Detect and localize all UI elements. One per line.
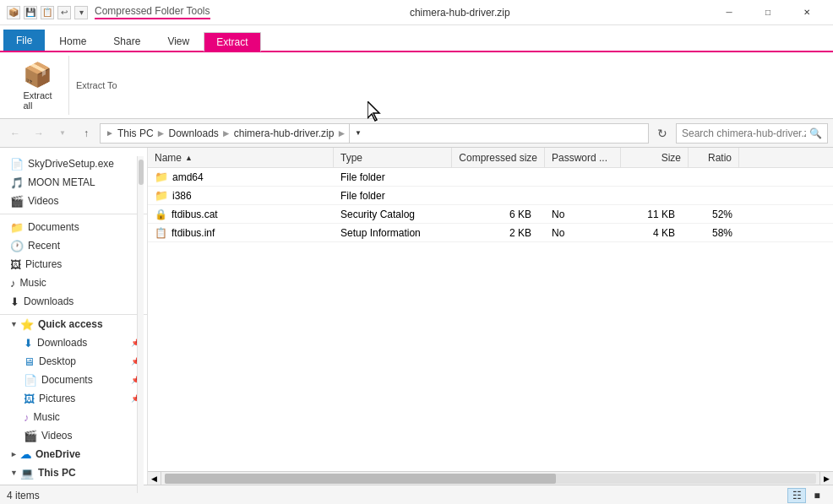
minimize-button[interactable]: ─ xyxy=(710,0,749,25)
filename-ftdibus-inf: ftdibus.inf xyxy=(172,227,215,239)
app-icon: 📦 xyxy=(7,6,20,19)
filename-amd64: amd64 xyxy=(172,171,204,183)
search-input[interactable] xyxy=(682,127,806,139)
tab-home[interactable]: Home xyxy=(46,31,99,51)
sidebar-label-pictures-recent: Pictures xyxy=(25,258,62,270)
window-controls: ─ □ ✕ xyxy=(710,0,826,25)
quick-access-icon[interactable]: 💾 xyxy=(24,6,37,19)
sidebar-item-moonmetal[interactable]: 🎵 MOON METAL xyxy=(0,173,147,192)
sidebar-item-pictures-recent[interactable]: 🖼 Pictures xyxy=(0,255,147,274)
tab-share[interactable]: Share xyxy=(101,31,153,51)
forward-button[interactable]: → xyxy=(29,123,49,144)
sidebar-label-desktop-qa: Desktop xyxy=(39,355,76,367)
title-bar-icons: 📦 💾 📋 ↩ ▾ xyxy=(7,6,88,19)
search-icon[interactable]: 🔍 xyxy=(809,127,822,139)
sidebar-item-music-qa[interactable]: ♪ Music xyxy=(0,408,147,426)
col-header-name[interactable]: Name ▲ xyxy=(148,148,334,167)
col-pass-label: Password ... xyxy=(552,152,607,164)
sidebar-item-downloads-qa[interactable]: ⬇ Downloads 📌 xyxy=(0,333,147,352)
col-header-size[interactable]: Size xyxy=(621,148,689,167)
sidebar-item-videos-recent[interactable]: 🎬 Videos xyxy=(0,192,147,210)
sidebar-item-onedrive[interactable]: ► ☁ OneDrive xyxy=(0,445,147,463)
path-this-pc[interactable]: This PC xyxy=(117,127,154,139)
sidebar-item-videos-qa[interactable]: 🎬 Videos xyxy=(0,426,147,445)
cell-size-ftdibus-inf: 4 KB xyxy=(621,227,689,239)
file-icon-inf: 📋 xyxy=(155,227,167,239)
sidebar-label-documents-qa: Documents xyxy=(41,374,93,386)
file-icon-cat: 🔒 xyxy=(155,209,167,220)
h-scroll-left-button[interactable]: ◀ xyxy=(148,472,161,485)
path-dropdown-button[interactable]: ▼ xyxy=(349,123,366,144)
details-view-button[interactable]: ☷ xyxy=(787,488,806,503)
back-button[interactable]: ← xyxy=(5,123,25,144)
cell-pass-ftdibus-inf: No xyxy=(545,227,621,239)
downloads-qa-icon: ⬇ xyxy=(24,337,33,350)
sidebar-label-downloads-recent: Downloads xyxy=(24,295,74,307)
path-downloads[interactable]: Downloads xyxy=(168,127,218,139)
col-header-type[interactable]: Type xyxy=(334,148,452,167)
file-list-header: Name ▲ Type Compressed size Password ...… xyxy=(148,148,833,168)
col-size-label: Size xyxy=(662,152,681,164)
col-header-comp[interactable]: Compressed size xyxy=(452,148,545,167)
sidebar-item-desktop-qa[interactable]: 🖥 Desktop 📌 xyxy=(0,352,147,371)
cell-type-ftdibus-inf: Setup Information xyxy=(334,227,452,239)
large-icons-view-button[interactable]: ■ xyxy=(808,488,826,503)
sidebar-item-downloads-recent[interactable]: ⬇ Downloads xyxy=(0,292,147,311)
ribbon-content: 📦 Extractall Extract To xyxy=(0,51,833,118)
sort-arrow-name: ▲ xyxy=(185,154,193,162)
sidebar-scrollbar-thumb[interactable] xyxy=(139,160,144,185)
view-buttons: ☷ ■ xyxy=(787,488,826,503)
address-path[interactable]: ► This PC ► Downloads ► chimera-hub-driv… xyxy=(100,123,649,144)
sidebar-item-skydrivesetup[interactable]: 📄 SkyDriveSetup.exe xyxy=(0,154,147,173)
videos-recent-icon: 🎬 xyxy=(10,195,24,208)
close-button[interactable]: ✕ xyxy=(787,0,826,25)
table-row[interactable]: 📁 i386 File folder xyxy=(148,187,833,205)
sidebar-label-quick-access: Quick access xyxy=(38,318,103,330)
horizontal-scrollbar[interactable]: ◀ ▶ xyxy=(148,471,833,485)
sidebar-item-quick-access[interactable]: ▼ ⭐ Quick access xyxy=(0,315,147,333)
cell-name-ftdibus-inf: 📋 ftdibus.inf xyxy=(148,227,334,239)
title-dropdown-icon[interactable]: ▾ xyxy=(74,6,88,19)
title-text: chimera-hub-driver.zip xyxy=(210,7,710,19)
table-row[interactable]: 🔒 ftdibus.cat Security Catalog 6 KB No 1… xyxy=(148,205,833,224)
cell-pass-ftdibus-cat: No xyxy=(545,209,621,220)
sidebar-scrollbar[interactable] xyxy=(137,156,144,485)
sidebar-item-pictures-qa[interactable]: 🖼 Pictures 📌 xyxy=(0,389,147,408)
path-zip[interactable]: chimera-hub-driver.zip xyxy=(234,127,335,139)
maximize-button[interactable]: □ xyxy=(749,0,787,25)
sidebar-item-documents-qa[interactable]: 📄 Documents 📌 xyxy=(0,371,147,389)
sidebar-label-downloads-qa: Downloads xyxy=(37,337,87,349)
cell-type-amd64: File folder xyxy=(334,171,452,183)
documents-recent-icon: 📁 xyxy=(10,221,24,234)
tab-view[interactable]: View xyxy=(155,31,202,51)
file-rows: 📁 amd64 File folder 📁 i386 File folder xyxy=(148,168,833,471)
title-icon2[interactable]: 📋 xyxy=(41,6,54,19)
h-scroll-right-button[interactable]: ▶ xyxy=(819,472,833,485)
sidebar-label-videos-recent: Videos xyxy=(28,195,58,207)
downloads-recent-icon: ⬇ xyxy=(10,295,19,308)
tab-extract[interactable]: Extract xyxy=(204,32,260,51)
h-scroll-track xyxy=(165,474,816,484)
filename-i386: i386 xyxy=(172,190,192,202)
cell-type-i386: File folder xyxy=(334,190,452,202)
extract-all-button[interactable]: 📦 Extractall xyxy=(15,57,60,115)
sidebar-label-skydrivesetup: SkyDriveSetup.exe xyxy=(28,158,114,170)
title-icon3[interactable]: ↩ xyxy=(57,6,71,19)
refresh-button[interactable]: ↻ xyxy=(652,123,672,144)
ribbon: File Home Share View Extract 📦 Extractal… xyxy=(0,25,833,119)
table-row[interactable]: 📋 ftdibus.inf Setup Information 2 KB No … xyxy=(148,224,833,242)
table-row[interactable]: 📁 amd64 File folder xyxy=(148,168,833,187)
sidebar-item-this-pc[interactable]: ▼ 💻 This PC xyxy=(0,463,147,482)
sidebar-item-recent[interactable]: 🕐 Recent xyxy=(0,236,147,255)
sidebar-item-desktop-pc[interactable]: 🖥 Desktop xyxy=(0,482,147,485)
up-button[interactable]: ↑ xyxy=(76,123,96,144)
sidebar-label-music-recent: Music xyxy=(20,277,46,289)
col-header-ratio[interactable]: Ratio xyxy=(689,148,739,167)
h-scroll-thumb[interactable] xyxy=(165,474,556,484)
col-name-label: Name xyxy=(155,152,182,164)
col-header-pass[interactable]: Password ... xyxy=(545,148,621,167)
tab-file[interactable]: File xyxy=(3,30,45,51)
recent-locations-button[interactable]: ▼ xyxy=(52,123,73,144)
sidebar-item-documents-recent[interactable]: 📁 Documents xyxy=(0,218,147,236)
sidebar-item-music-recent[interactable]: ♪ Music xyxy=(0,274,147,292)
